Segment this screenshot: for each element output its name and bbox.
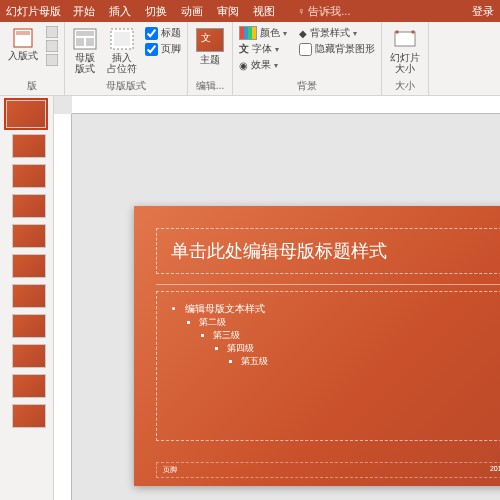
effects-button[interactable]: ◉ 效果 ▾ [239,58,287,72]
svg-rect-11 [395,32,415,46]
canvas-area: 单击此处编辑母版标题样式 编辑母版文本样式 第二级 第三级 第四级 第五级 [54,96,500,500]
layout-thumbnail[interactable] [12,404,46,428]
bg-styles-icon: ◆ [299,28,307,39]
layout-thumbnail[interactable] [12,194,46,218]
svg-rect-10 [114,32,130,46]
svg-rect-4 [46,54,58,66]
preserve-icon [46,54,58,66]
bullet-level-5: 第五级 [241,355,500,368]
workspace: 单击此处编辑母版标题样式 编辑母版文本样式 第二级 第三级 第四级 第五级 [0,96,500,500]
bullet-level-2: 第二级 [199,316,500,329]
rename-button[interactable] [46,26,58,38]
footer-left: 页脚 [163,465,177,475]
group-master-layout: 母版 版式 插入 占位符 标题 页脚 母版版式 [65,22,188,95]
colors-icon [239,26,257,40]
group-edit-theme: 主题 编辑... [188,22,233,95]
title-bar: 幻灯片母版 开始 插入 切换 动画 审阅 视图 ♀ 告诉我... 登录 [0,0,500,22]
bullet-level-4: 第四级 [227,342,500,355]
layout-thumbnail[interactable] [12,134,46,158]
layout-thumbnail[interactable] [12,224,46,248]
layout-thumbnail[interactable] [12,284,46,308]
tab-insert[interactable]: 插入 [109,4,131,19]
fonts-button[interactable]: 文 字体 ▾ [239,42,287,56]
tab-view[interactable]: 视图 [253,4,275,19]
tab-animation[interactable]: 动画 [181,4,203,19]
tab-review[interactable]: 审阅 [217,4,239,19]
tell-me[interactable]: ♀ 告诉我... [297,4,350,19]
divider [156,284,500,285]
svg-rect-1 [16,31,30,35]
svg-rect-6 [76,31,94,36]
bg-styles-button[interactable]: ◆ 背景样式 ▾ [299,26,375,40]
fonts-icon: 文 [239,42,249,56]
login-link[interactable]: 登录 [472,4,494,19]
tab-transition[interactable]: 切换 [145,4,167,19]
tab-home[interactable]: 开始 [73,4,95,19]
layout-thumbnail[interactable] [12,314,46,338]
master-layout-icon [73,28,97,50]
bullet-level-1: 编辑母版文本样式 [185,302,500,316]
layout-thumbnail[interactable] [12,254,46,278]
group-layout-edit: 入版式 版 [0,22,65,95]
content-placeholder[interactable]: 编辑母版文本样式 第二级 第三级 第四级 第五级 [156,291,500,441]
placeholder-icon [110,28,134,50]
title-placeholder[interactable]: 单击此处编辑母版标题样式 [156,228,500,274]
context-tab-label: 幻灯片母版 [6,4,61,19]
svg-rect-2 [46,26,58,38]
ruler-vertical [54,114,72,500]
hide-bg-checkbox[interactable]: 隐藏背景图形 [299,42,375,56]
master-thumbnail[interactable] [6,100,46,128]
delete-button[interactable] [46,40,58,52]
ribbon-tabs: 开始 插入 切换 动画 审阅 视图 ♀ 告诉我... [73,4,472,19]
svg-rect-3 [46,40,58,52]
group-size: 幻灯片 大小 大小 [382,22,429,95]
thumbnail-panel [0,96,54,500]
effects-icon: ◉ [239,60,248,71]
footer-date: 2018/12/23 [490,465,500,475]
preserve-button[interactable] [46,54,58,66]
layout-thumbnail[interactable] [12,344,46,368]
slide-size-icon [393,28,417,50]
group-background: 颜色 ▾ 文 字体 ▾ ◉ 效果 ▾ ◆ 背景样式 ▾ 隐藏背景图形 背景 [233,22,382,95]
layout-thumbnail[interactable] [12,164,46,188]
rename-icon [46,26,58,38]
themes-button[interactable]: 主题 [194,26,226,67]
svg-rect-7 [76,38,84,46]
footer-checkbox[interactable]: 页脚 [145,42,181,56]
footer-placeholder[interactable]: 页脚 2018/12/23 [156,462,500,478]
delete-icon [46,40,58,52]
bullet-level-3: 第三级 [213,329,500,342]
insert-layout-button[interactable]: 入版式 [6,26,40,63]
slide-size-button[interactable]: 幻灯片 大小 [388,26,422,76]
colors-button[interactable]: 颜色 ▾ [239,26,287,40]
layout-thumbnail[interactable] [12,374,46,398]
slide-master[interactable]: 单击此处编辑母版标题样式 编辑母版文本样式 第二级 第三级 第四级 第五级 [134,206,500,486]
svg-rect-8 [86,38,94,46]
layout-icon [13,28,33,48]
ribbon: 入版式 版 母版 版式 插入 占位符 标题 页脚 母版版 [0,22,500,96]
title-checkbox[interactable]: 标题 [145,26,181,40]
insert-placeholder-button[interactable]: 插入 占位符 [105,26,139,76]
theme-thumbnail-icon [196,28,224,52]
ruler-horizontal [72,96,500,114]
master-layout-button[interactable]: 母版 版式 [71,26,99,76]
